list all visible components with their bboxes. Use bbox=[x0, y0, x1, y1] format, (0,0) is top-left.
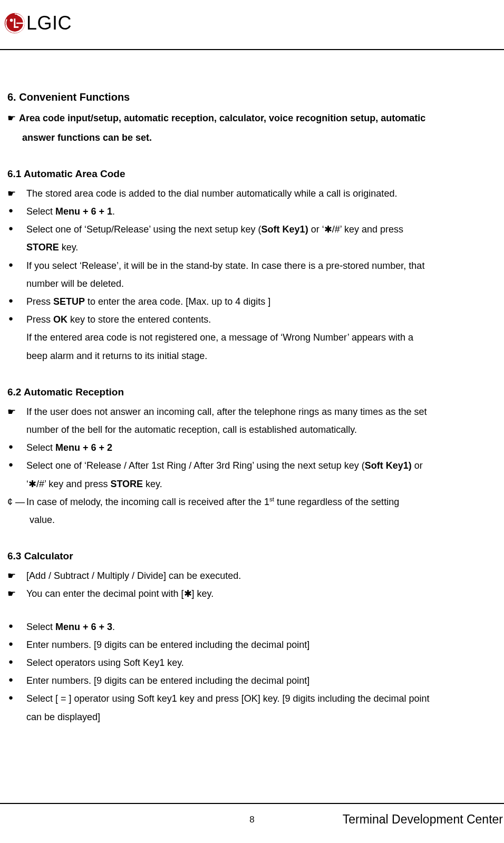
s62-note-line1: In case of melody, the incoming call is … bbox=[26, 493, 497, 511]
text: ‘✱/#’ key and press bbox=[26, 479, 110, 489]
bullet-icon: ● bbox=[7, 311, 26, 326]
s63-step1: Select Menu + 6 + 3. bbox=[26, 618, 497, 636]
bullet-icon: ● bbox=[7, 618, 26, 634]
s63-step3: Select operators using Soft Key1 key. bbox=[26, 654, 497, 672]
text: . bbox=[112, 622, 115, 632]
text: Select one of ‘Setup/Release’ using the … bbox=[26, 224, 261, 235]
text: Select bbox=[26, 206, 55, 217]
text: key. bbox=[143, 479, 162, 489]
s61-note-line2: beep alarm and it returns to its initial… bbox=[7, 347, 497, 365]
s62-step1: Select Menu + 6 + 2 bbox=[26, 439, 497, 457]
store-key-label: STORE bbox=[26, 242, 59, 253]
s63-step5-line2: can be displayed] bbox=[7, 708, 497, 726]
text: Press bbox=[26, 314, 53, 325]
footer-org: Terminal Development Center bbox=[343, 808, 503, 831]
s63-desc2: You can enter the decimal point with [✱]… bbox=[26, 585, 497, 603]
bullet-icon: ● bbox=[7, 257, 26, 273]
softkey-label: Soft Key1) bbox=[261, 224, 308, 235]
pointer-icon: ☛ bbox=[7, 567, 26, 585]
section-6-title: 6. Convenient Functions bbox=[7, 87, 497, 107]
s61-step4: Press SETUP to enter the area code. [Max… bbox=[26, 293, 497, 311]
bullet-icon: ● bbox=[7, 293, 26, 308]
document-body: 6. Convenient Functions ☛ Area code inpu… bbox=[0, 50, 504, 725]
note-mark-icon: ¢ — bbox=[7, 493, 26, 511]
s62-step2-line1: Select one of ‘Release / After 1st Ring … bbox=[26, 457, 497, 474]
s61-step2-line2: STORE key. bbox=[7, 238, 497, 256]
softkey-label: Soft Key1) bbox=[365, 460, 412, 471]
s61-step5: Press OK key to store the entered conten… bbox=[26, 311, 497, 328]
text: or ‘✱/#’ key and press bbox=[308, 224, 403, 235]
page-footer: 8 Terminal Development Center bbox=[0, 803, 504, 831]
text: Press bbox=[26, 296, 53, 307]
bullet-icon: ● bbox=[7, 636, 26, 652]
s61-desc: The stored area code is added to the dia… bbox=[26, 185, 497, 202]
ok-key-label: OK bbox=[53, 314, 67, 325]
s61-step1: Select Menu + 6 + 1. bbox=[26, 202, 497, 220]
pointer-icon: ☛ bbox=[7, 185, 26, 202]
s61-note-line1: If the entered area code is not register… bbox=[7, 328, 497, 346]
setup-key-label: SETUP bbox=[53, 296, 85, 307]
superscript: st bbox=[269, 496, 274, 502]
text: . bbox=[112, 206, 115, 217]
page-header: LGIC bbox=[0, 0, 504, 50]
bullet-icon: ● bbox=[7, 202, 26, 218]
section-intro-line2: answer functions can be set. bbox=[7, 129, 497, 147]
s62-desc-line2: number of the bell for the automatic rec… bbox=[7, 421, 497, 439]
text: Select bbox=[26, 622, 55, 632]
bullet-icon: ● bbox=[7, 654, 26, 670]
bullet-icon: ● bbox=[7, 220, 26, 236]
section-intro-line1: Area code input/setup, automatic recepti… bbox=[19, 109, 425, 127]
brand-text: LGIC bbox=[26, 5, 72, 41]
pointer-icon: ☛ bbox=[7, 403, 26, 421]
text: key to store the entered contents. bbox=[67, 314, 211, 325]
store-key-label: STORE bbox=[110, 479, 143, 489]
section-6-1-title: 6.1 Automatic Area Code bbox=[7, 164, 497, 183]
lg-logo-icon bbox=[4, 13, 25, 34]
s61-step3-line2: number will be deleted. bbox=[7, 275, 497, 293]
pointer-icon: ☛ bbox=[7, 109, 19, 127]
s63-step5-line1: Select [ = ] operator using Soft key1 ke… bbox=[26, 690, 497, 708]
bullet-icon: ● bbox=[7, 690, 26, 705]
text: key. bbox=[59, 242, 79, 253]
s61-step2-line1: Select one of ‘Setup/Release’ using the … bbox=[26, 220, 497, 238]
text: In case of melody, the incoming call is … bbox=[26, 497, 269, 507]
svg-rect-3 bbox=[14, 26, 18, 28]
section-6-3-title: 6.3 Calculator bbox=[7, 547, 497, 566]
text: to enter the area code. [Max. up to 4 di… bbox=[85, 296, 270, 307]
menu-path: Menu + 6 + 3 bbox=[55, 622, 112, 632]
section-6-2-title: 6.2 Automatic Reception bbox=[7, 383, 497, 402]
s61-step3-line1: If you select ‘Release’, it will be in t… bbox=[26, 257, 497, 275]
text: tune regardless of the setting bbox=[274, 497, 399, 507]
text: Select one of ‘Release / After 1st Ring … bbox=[26, 460, 365, 471]
s63-step2: Enter numbers. [9 digits can be entered … bbox=[26, 636, 497, 654]
bullet-icon: ● bbox=[7, 439, 26, 454]
s62-note-line2: value. bbox=[7, 511, 497, 529]
s63-step4: Enter numbers. [9 digits can be entered … bbox=[26, 672, 497, 690]
svg-rect-4 bbox=[16, 23, 24, 24]
s62-desc-line1: If the user does not answer an incoming … bbox=[26, 403, 497, 421]
text: Select bbox=[26, 442, 55, 453]
text: or bbox=[412, 460, 423, 471]
s62-step2-line2: ‘✱/#’ key and press STORE key. bbox=[7, 475, 497, 493]
bullet-icon: ● bbox=[7, 672, 26, 687]
pointer-icon: ☛ bbox=[7, 585, 26, 603]
bullet-icon: ● bbox=[7, 457, 26, 472]
s63-desc1: [Add / Subtract / Multiply / Divide] can… bbox=[26, 567, 497, 585]
menu-path: Menu + 6 + 2 bbox=[55, 442, 112, 453]
svg-point-1 bbox=[10, 19, 13, 22]
menu-path: Menu + 6 + 1 bbox=[55, 206, 112, 217]
